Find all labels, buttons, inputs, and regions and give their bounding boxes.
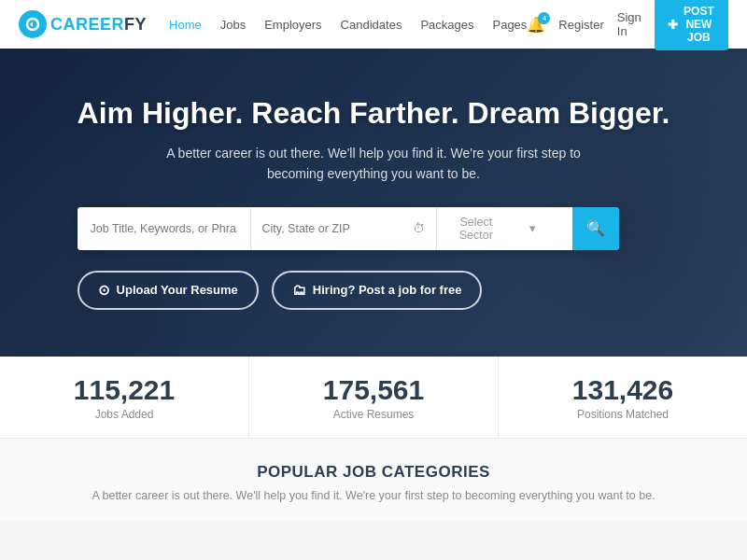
categories-title: POPULAR JOB CATEGORIES	[37, 463, 710, 482]
categories-section: POPULAR JOB CATEGORIES A better career i…	[0, 439, 747, 521]
resumes-count: 175,561	[323, 374, 424, 405]
navbar: CAREERFY Home Jobs Employers Candidates …	[0, 0, 747, 49]
post-icon: ✚	[668, 18, 678, 32]
keyword-input[interactable]	[78, 207, 251, 250]
logo-icon	[19, 10, 47, 38]
hero-subtitle: A better career is out there. We'll help…	[78, 143, 670, 185]
clock-icon: ⏱	[413, 221, 425, 235]
hero-title: Aim Higher. Reach Farther. Dream Bigger.	[78, 95, 670, 131]
resumes-label: Active Resumes	[333, 408, 415, 421]
sector-select[interactable]: Select Sector ▾	[437, 207, 572, 250]
positions-label: Positions Matched	[577, 408, 669, 421]
post-job-free-button[interactable]: 🗂 Hiring? Post a job for free	[272, 271, 483, 310]
chevron-down-icon: ▾	[504, 221, 561, 235]
location-field[interactable]: ⏱	[251, 207, 437, 250]
hero-section: Aim Higher. Reach Farther. Dream Bigger.…	[0, 49, 747, 357]
post-job-button[interactable]: ✚ POST NEW JOB	[655, 0, 728, 50]
jobs-count: 115,221	[74, 374, 175, 405]
categories-subtitle: A better career is out there. We'll help…	[37, 489, 710, 502]
notification-count: 4	[538, 12, 550, 24]
nav-candidates[interactable]: Candidates	[341, 18, 402, 32]
register-link[interactable]: Register	[558, 18, 603, 32]
hero-cta-buttons: ⊙ Upload Your Resume 🗂 Hiring? Post a jo…	[78, 271, 670, 310]
stat-resumes: 175,561 Active Resumes	[249, 357, 499, 438]
sector-label: Select Sector	[448, 216, 505, 242]
nav-right: 🔔 4 Register Sign In ✚ POST NEW JOB	[527, 0, 728, 50]
stats-section: 115,221 Jobs Added 175,561 Active Resume…	[0, 357, 747, 439]
stat-jobs: 115,221 Jobs Added	[0, 357, 249, 438]
notification-bell[interactable]: 🔔 4	[527, 16, 545, 34]
signin-link[interactable]: Sign In	[617, 10, 641, 38]
nav-pages[interactable]: Pages	[492, 18, 527, 32]
hero-content: Aim Higher. Reach Farther. Dream Bigger.…	[40, 95, 708, 309]
positions-count: 131,426	[572, 374, 673, 405]
search-button[interactable]: 🔍	[572, 207, 619, 250]
nav-packages[interactable]: Packages	[420, 18, 473, 32]
upload-icon: ⊙	[98, 282, 110, 299]
nav-jobs[interactable]: Jobs	[220, 18, 246, 32]
jobs-label: Jobs Added	[95, 408, 154, 421]
location-input[interactable]	[262, 222, 409, 235]
search-icon: 🔍	[586, 219, 605, 237]
briefcase-icon: 🗂	[292, 282, 306, 298]
upload-resume-button[interactable]: ⊙ Upload Your Resume	[78, 271, 259, 310]
nav-links: Home Jobs Employers Candidates Packages …	[169, 18, 527, 32]
stat-positions: 131,426 Positions Matched	[499, 357, 747, 438]
nav-home[interactable]: Home	[169, 18, 202, 32]
logo[interactable]: CAREERFY	[19, 10, 147, 38]
nav-employers[interactable]: Employers	[264, 18, 321, 32]
search-bar: ⏱ Select Sector ▾ 🔍	[78, 207, 619, 250]
logo-text: CAREERFY	[50, 15, 147, 35]
